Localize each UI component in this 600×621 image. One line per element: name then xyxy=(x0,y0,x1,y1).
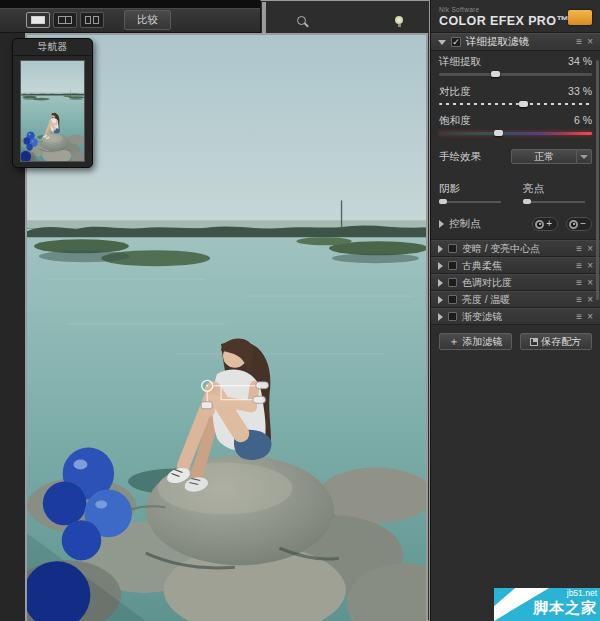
watermark-name: 脚本之家 xyxy=(533,598,597,617)
save-recipe-label: 保存配方 xyxy=(541,335,581,349)
expand-triangle-icon[interactable] xyxy=(439,220,444,228)
expand-triangle-icon[interactable] xyxy=(438,279,443,287)
filter-menu-icon[interactable]: ≡ xyxy=(576,312,582,322)
single-view-icon xyxy=(31,16,45,24)
active-filter-title: 详细提取滤镜 xyxy=(466,35,529,49)
add-filter-label: 添加滤镜 xyxy=(462,335,502,349)
effect-method-value[interactable]: 正常 xyxy=(511,149,577,164)
remove-control-point-button[interactable]: − xyxy=(566,217,592,231)
collapsed-filter-row[interactable]: 变暗 / 变亮中心点 ≡× xyxy=(431,240,600,257)
expand-triangle-icon[interactable] xyxy=(438,313,443,321)
slider-handle[interactable] xyxy=(491,71,500,77)
filter-remove-icon[interactable]: × xyxy=(587,244,593,254)
slider-value: 6 % xyxy=(574,114,592,128)
collapsed-filter-label: 亮度 / 温暖 xyxy=(462,293,510,307)
slider-label: 饱和度 xyxy=(439,114,471,128)
expand-triangle-icon[interactable] xyxy=(438,245,443,253)
effect-method-label: 手绘效果 xyxy=(439,150,481,164)
top-toolbar: 比较 变焦 (25 %) xyxy=(0,8,430,33)
watermark-site: jb51.net xyxy=(533,589,597,598)
filter-menu-icon[interactable]: ≡ xyxy=(576,244,582,254)
side-by-side-view-button[interactable] xyxy=(80,12,104,28)
split-view-button[interactable] xyxy=(53,12,77,28)
control-point-icon xyxy=(535,220,544,229)
filter-menu-icon[interactable]: ≡ xyxy=(576,295,582,305)
slider-label: 对比度 xyxy=(439,85,471,99)
magnifier-icon[interactable] xyxy=(297,16,306,25)
filter-enabled-checkbox[interactable] xyxy=(448,295,457,304)
filter-remove-icon[interactable]: × xyxy=(587,312,593,322)
shadow-highlight-row: 阴影 亮点 xyxy=(431,172,600,209)
control-point-icon xyxy=(569,220,578,229)
save-recipe-button[interactable]: 保存配方 xyxy=(520,333,593,350)
split-view-icon xyxy=(58,16,72,24)
compare-button[interactable]: 比较 xyxy=(124,10,171,30)
slider-row: 详细提取 34 % xyxy=(439,55,592,76)
contrast-slider[interactable] xyxy=(439,103,592,105)
expand-triangle-icon[interactable] xyxy=(438,262,443,270)
slider-value: 34 % xyxy=(568,55,592,69)
filter-menu-icon[interactable]: ≡ xyxy=(576,278,582,288)
effect-method-row: 手绘效果 正常 xyxy=(431,146,600,172)
filter-enabled-checkbox[interactable] xyxy=(448,261,457,270)
panel-scrollbar[interactable] xyxy=(596,60,599,300)
collapsed-filter-row[interactable]: 渐变滤镜 ≡× xyxy=(431,308,600,325)
effect-method-dropdown[interactable]: 正常 xyxy=(511,149,592,164)
filter-remove-icon[interactable]: × xyxy=(587,37,593,47)
collapsed-filter-label: 渐变滤镜 xyxy=(462,310,502,324)
detail-extraction-slider[interactable] xyxy=(439,73,592,76)
side-by-side-icon xyxy=(85,16,99,24)
dropdown-button[interactable] xyxy=(577,149,592,164)
filter-enabled-checkbox[interactable] xyxy=(448,312,457,321)
collapsed-filter-label: 变暗 / 变亮中心点 xyxy=(462,242,540,256)
slider-row: 饱和度 6 % xyxy=(439,114,592,135)
filter-menu-icon[interactable]: ≡ xyxy=(576,37,582,47)
control-points-label: 控制点 xyxy=(449,217,481,231)
expand-triangle-icon[interactable] xyxy=(438,296,443,304)
slider-group: 详细提取 34 % 对比度 33 % 饱和度 6 % xyxy=(431,51,600,146)
brand-title: COLOR EFEX PRO™ xyxy=(439,14,569,28)
panel-actions: ＋ 添加滤镜 保存配方 xyxy=(431,325,600,358)
collapsed-filter-row[interactable]: 亮度 / 温暖 ≡× xyxy=(431,291,600,308)
collapsed-filter-row[interactable]: 古典柔焦 ≡× xyxy=(431,257,600,274)
collapsed-filter-label: 古典柔焦 xyxy=(462,259,502,273)
slider-handle[interactable] xyxy=(523,199,531,204)
plus-icon: + xyxy=(546,219,552,229)
slider-handle[interactable] xyxy=(494,130,503,136)
filter-remove-icon[interactable]: × xyxy=(587,261,593,271)
collapsed-filter-row[interactable]: 色调对比度 ≡× xyxy=(431,274,600,291)
slider-row: 对比度 33 % xyxy=(439,85,592,105)
add-control-point-button[interactable]: + xyxy=(532,217,558,231)
collapse-triangle-icon[interactable] xyxy=(438,40,446,45)
navigator-title: 导航器 xyxy=(13,39,92,56)
minus-icon: − xyxy=(580,219,586,229)
view-mode-group xyxy=(26,12,104,28)
background-brightness-icon[interactable] xyxy=(395,16,403,24)
nik-logo xyxy=(568,10,592,25)
filter-enabled-checkbox[interactable]: ✓ xyxy=(451,37,461,47)
plus-icon: ＋ xyxy=(448,336,459,347)
single-view-button[interactable] xyxy=(26,12,50,28)
collapsed-filter-label: 色调对比度 xyxy=(462,276,512,290)
highlights-slider[interactable] xyxy=(523,201,585,203)
active-filter-header[interactable]: ✓ 详细提取滤镜 ≡ × xyxy=(431,33,600,51)
slider-handle[interactable] xyxy=(519,101,528,107)
filter-remove-icon[interactable]: × xyxy=(587,295,593,305)
brand-header: Nik Software COLOR EFEX PRO™ 4 xyxy=(431,0,600,33)
control-points-row: 控制点 + − xyxy=(431,209,600,240)
filter-menu-icon[interactable]: ≡ xyxy=(576,261,582,271)
filter-remove-icon[interactable]: × xyxy=(587,278,593,288)
filter-enabled-checkbox[interactable] xyxy=(448,244,457,253)
shadows-label: 阴影 xyxy=(439,182,501,196)
shadows-slider[interactable] xyxy=(439,201,501,203)
add-filter-button[interactable]: ＋ 添加滤镜 xyxy=(439,333,512,350)
slider-handle[interactable] xyxy=(439,199,447,204)
filter-enabled-checkbox[interactable] xyxy=(448,278,457,287)
navigator-thumbnail[interactable] xyxy=(20,60,85,162)
navigator-panel: 导航器 xyxy=(12,38,93,168)
slider-label: 详细提取 xyxy=(439,55,481,69)
slider-value: 33 % xyxy=(568,85,592,99)
saturation-slider[interactable] xyxy=(439,132,592,135)
chevron-down-icon xyxy=(580,155,588,159)
filter-panel: Nik Software COLOR EFEX PRO™ 4 ✓ 详细提取滤镜 … xyxy=(430,0,600,621)
